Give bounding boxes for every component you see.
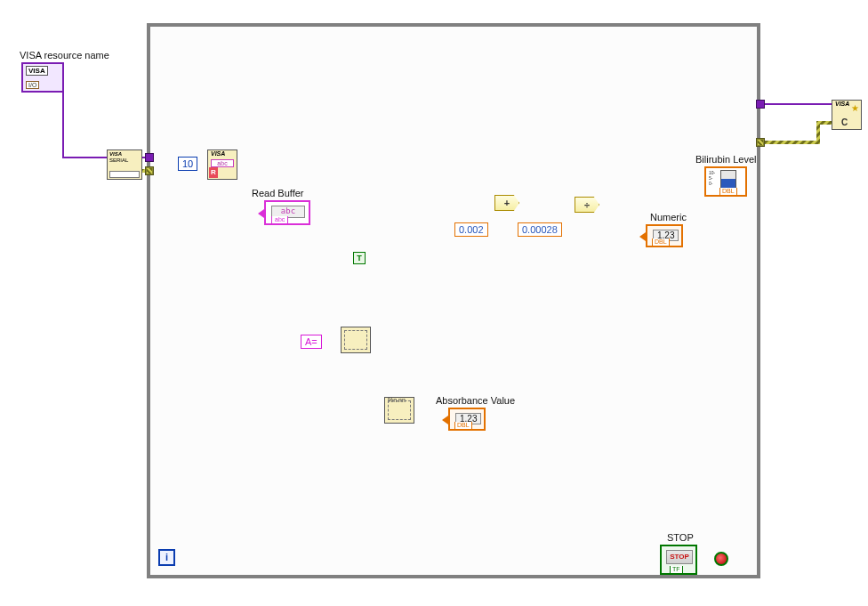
true-constant[interactable]: T <box>353 252 366 264</box>
divisor-constant[interactable]: 0.00028 <box>518 222 562 237</box>
indicator-arrow-icon <box>442 416 448 424</box>
bool-type-tag: TF <box>670 566 683 574</box>
dbl-type-tag: DBL <box>719 188 737 196</box>
close-spark-icon: ★ <box>851 103 859 113</box>
visa-text-icon: VISA <box>109 151 122 157</box>
offset-constant[interactable]: 0.002 <box>454 222 488 237</box>
visa-io-tag: I/O <box>26 81 39 89</box>
tunnel-error-out <box>756 138 765 147</box>
bilirubin-level-label: Bilirubin Level <box>695 154 756 165</box>
stop-button[interactable]: STOP TF <box>660 545 697 575</box>
read-buffer-indicator[interactable]: abc abc <box>264 200 310 225</box>
absorbance-value-indicator[interactable]: 1.23 DBL <box>448 408 486 431</box>
indicator-arrow-icon <box>639 232 646 241</box>
read-r-icon: R <box>209 167 218 178</box>
match-format-constant[interactable]: A= <box>301 335 322 349</box>
tank-scale-icon: 10- 5- 0- <box>709 170 718 190</box>
serial-port-icon <box>109 171 140 178</box>
numeric-label: Numeric <box>650 212 687 222</box>
visa-read-node[interactable]: VISA abc R <box>207 149 237 180</box>
tunnel-visa-in <box>145 153 154 162</box>
close-c-icon: C <box>841 117 848 127</box>
iteration-terminal: i <box>158 549 175 566</box>
read-buffer-label: Read Buffer <box>252 188 304 198</box>
visa-close-node[interactable]: VISA ★ C <box>832 100 862 130</box>
loop-condition-terminal <box>714 552 728 566</box>
tank-icon <box>720 170 736 190</box>
while-loop: i <box>147 23 760 578</box>
visa-text-icon: VISA <box>211 150 225 157</box>
abc-icon: abc <box>211 159 234 167</box>
numeric-indicator[interactable]: 1.23 DBL <box>646 224 683 247</box>
visa-resource-name-control[interactable]: VISA I/O <box>21 62 64 93</box>
tunnel-error-in <box>145 166 154 175</box>
match-pattern-node[interactable] <box>341 327 371 353</box>
dbl-type-tag: DBL <box>454 422 472 430</box>
visa-resource-name-label: VISA resource name <box>20 50 109 61</box>
visa-configure-serial-port-node[interactable]: VISA SERIAL <box>107 149 142 180</box>
stop-label: STOP <box>667 532 694 543</box>
byte-count-constant[interactable]: 10 <box>178 157 197 171</box>
visa-icon: VISA <box>26 66 48 76</box>
visa-text-icon: VISA <box>835 101 849 107</box>
indicator-arrow-icon <box>258 209 264 218</box>
stop-face-icon: STOP <box>666 550 693 564</box>
format-nn-icon: %n.nn <box>388 397 406 403</box>
scan-from-string-node[interactable]: %n.nn <box>384 397 414 424</box>
serial-text-icon: SERIAL <box>109 158 128 163</box>
dbl-type-tag: DBL <box>652 238 670 246</box>
bilirubin-level-indicator[interactable]: 10- 5- 0- DBL <box>704 166 747 197</box>
tunnel-visa-out <box>756 100 765 109</box>
string-type-tag: abc <box>271 216 288 224</box>
absorbance-value-label: Absorbance Value <box>436 395 515 406</box>
